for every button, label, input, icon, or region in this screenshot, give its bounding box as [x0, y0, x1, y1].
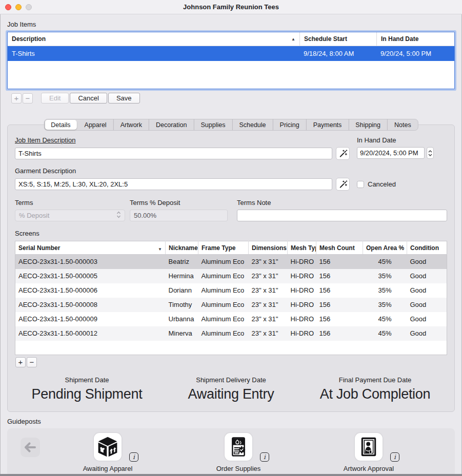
shipment-date-label: Shipment Date [15, 376, 159, 384]
screens-cell: Doriann [166, 283, 198, 298]
tab-apparel[interactable]: Apparel [77, 119, 113, 130]
in-hand-date-input[interactable]: 9/20/2024, 5:00 PM [357, 147, 425, 159]
screens-cell: 35% [363, 298, 407, 312]
column-header-mesh-count[interactable]: Mesh Count [316, 241, 363, 255]
screens-table-row[interactable]: AECO-23x31-1.50-000003BeatrizAluminum Ec… [15, 255, 447, 269]
screens-cell: Minerva [166, 326, 198, 341]
screens-cell: 23" x 31" [249, 298, 288, 312]
screens-cell: Aluminum Eco [198, 255, 249, 269]
tab-payments[interactable]: Payments [306, 119, 349, 130]
job-items-header: Description ▲ Schedule Start In Hand Dat… [8, 32, 454, 46]
screens-cell: Hermina [166, 269, 198, 283]
canceled-checkbox-group[interactable]: Canceled [357, 178, 396, 191]
screens-table-row[interactable]: AECO-23x31-1.50-000006DoriannAluminum Ec… [15, 283, 447, 298]
screens-cell: 156 [316, 298, 363, 312]
column-header-in-hand-date[interactable]: In Hand Date [376, 32, 454, 46]
screens-table-row[interactable]: AECO-23x31-1.50-000012MinervaAluminum Ec… [15, 326, 447, 341]
tab-pricing[interactable]: Pricing [273, 119, 306, 130]
screens-cell: Beatriz [166, 255, 198, 269]
supplies-document-icon [228, 436, 249, 458]
autofill-description-button[interactable] [336, 147, 350, 160]
guidepost-artwork-approval-button[interactable] [355, 433, 383, 461]
select-chevrons-icon [116, 211, 121, 218]
column-header-schedule-start[interactable]: Schedule Start [299, 32, 376, 46]
order-supplies-info-icon[interactable]: i [260, 452, 269, 462]
screens-table[interactable]: Serial Number ▼ Nickname Frame Type Dime… [15, 241, 447, 355]
remove-screen-button[interactable]: − [27, 357, 37, 367]
tab-bar: DetailsApparelArtworkDecorationSuppliesS… [44, 119, 418, 131]
job-items-empty-area[interactable] [8, 61, 454, 89]
job-item-description-input[interactable] [15, 148, 332, 159]
remove-job-item-button[interactable]: − [23, 93, 33, 104]
job-items-label: Job Items [7, 20, 455, 28]
screens-cell: 23" x 31" [249, 255, 288, 269]
job-item-row-selected[interactable]: T-Shirts 9/18/24, 8:00 AM 9/20/24, 5:00 … [8, 46, 454, 61]
tab-shipping[interactable]: Shipping [348, 119, 387, 130]
artwork-approval-info-icon[interactable]: i [390, 452, 399, 462]
terms-note-label: Terms Note [237, 199, 447, 206]
canceled-checkbox[interactable] [357, 181, 364, 188]
minimize-window-icon[interactable] [15, 4, 22, 10]
guideposts-panel: i Awaiting Apparel [7, 428, 455, 476]
screens-cell: 156 [316, 326, 363, 341]
autofill-garment-button[interactable] [336, 178, 350, 191]
terms-label: Terms [15, 199, 125, 206]
garment-description-input[interactable] [15, 178, 332, 190]
add-job-item-button[interactable]: + [11, 93, 22, 104]
magic-wand-icon [338, 180, 348, 189]
terms-note-input[interactable] [237, 210, 447, 221]
screens-cell: Hi-DRO [288, 326, 316, 341]
title-bar: Johnson Family Reunion Tees [0, 0, 462, 14]
stepper-down-icon [428, 154, 432, 156]
awaiting-apparel-info-icon[interactable]: i [129, 452, 138, 462]
cancel-button[interactable]: Cancel [70, 93, 107, 104]
canceled-label: Canceled [368, 180, 396, 188]
column-header-dimensions[interactable]: Dimensions [249, 241, 288, 255]
screens-cell: Aluminum Eco [198, 269, 249, 283]
screens-cell: 45% [363, 326, 407, 341]
back-button[interactable] [21, 438, 40, 457]
screens-table-row[interactable]: AECO-23x31-1.50-000008TimothyAluminum Ec… [15, 298, 447, 312]
guidepost-order-supplies-button[interactable] [225, 433, 252, 461]
column-header-frame-type[interactable]: Frame Type [198, 241, 249, 255]
add-screen-button[interactable]: + [15, 357, 26, 367]
tab-supplies[interactable]: Supplies [193, 119, 232, 130]
screens-header-row: Serial Number ▼ Nickname Frame Type Dime… [15, 241, 447, 255]
close-window-icon[interactable] [5, 4, 11, 10]
screens-cell: Timothy [166, 298, 198, 312]
final-payment-due-date-value: At Job Completion [303, 386, 447, 402]
column-header-description[interactable]: Description ▲ [8, 32, 299, 46]
sort-ascending-icon: ▲ [291, 37, 295, 42]
back-arrow-icon [24, 442, 36, 453]
tab-details[interactable]: Details [45, 120, 76, 130]
save-button[interactable]: Save [108, 93, 140, 104]
job-item-description-label[interactable]: Job Item Description [15, 136, 350, 144]
tab-notes[interactable]: Notes [387, 119, 418, 130]
job-item-description-cell: T-Shirts [8, 46, 299, 61]
guidepost-order-supplies-label: Order Supplies [182, 465, 295, 472]
screens-cell: AECO-23x31-1.50-000003 [15, 255, 166, 269]
column-header-open-area[interactable]: Open Area % [363, 241, 407, 255]
apparel-box-icon [97, 436, 118, 458]
tab-artwork[interactable]: Artwork [113, 119, 149, 130]
screens-cell: AECO-23x31-1.50-000005 [15, 269, 166, 283]
screens-cell: Good [407, 255, 447, 269]
screens-table-row[interactable]: AECO-23x31-1.50-000009UrbannaAluminum Ec… [15, 312, 447, 326]
screens-cell: AECO-23x31-1.50-000012 [15, 326, 166, 341]
shipment-date-value: Pending Shipment [15, 386, 159, 402]
job-items-table[interactable]: Description ▲ Schedule Start In Hand Dat… [7, 32, 455, 89]
column-header-serial-number[interactable]: Serial Number ▼ [15, 241, 166, 255]
shipment-delivery-date-value: Awaiting Entry [159, 386, 303, 402]
column-header-condition[interactable]: Condition [407, 241, 447, 255]
guidepost-awaiting-apparel-button[interactable] [94, 433, 122, 461]
column-header-mesh-type[interactable]: Mesh Type [288, 241, 316, 255]
screens-cell: AECO-23x31-1.50-000009 [15, 312, 166, 326]
tab-decoration[interactable]: Decoration [149, 119, 193, 130]
screens-cell: Hi-DRO [288, 283, 316, 298]
screens-table-row[interactable]: AECO-23x31-1.50-000005HerminaAluminum Ec… [15, 269, 447, 283]
tab-schedule[interactable]: Schedule [232, 119, 272, 130]
app-window: Johnson Family Reunion Tees Job Items De… [0, 0, 462, 476]
date-stepper[interactable] [427, 147, 434, 159]
zoom-window-icon [26, 4, 32, 10]
column-header-nickname[interactable]: Nickname [166, 241, 198, 255]
